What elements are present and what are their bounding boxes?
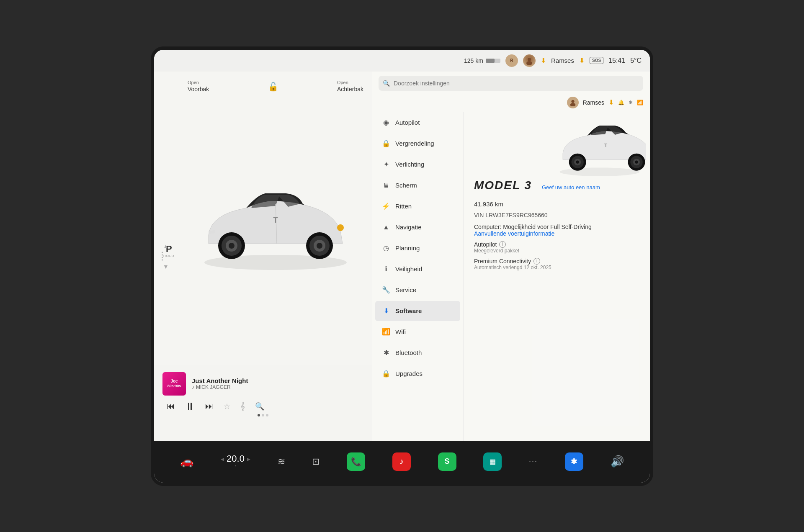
- car-top-actions: Open Voorbak 🔓 Open Achterbak: [188, 80, 363, 93]
- computer-row: Computer: Mogelijkheid voor Full Self-Dr…: [474, 224, 640, 237]
- lock-menu-icon: 🔒: [382, 139, 390, 148]
- profile-row: Ramses ⬇ 🔔 ✱ 📶: [372, 95, 650, 112]
- search-music-icon[interactable]: 🔍: [255, 402, 264, 411]
- screen-inner: 125 km R ⬇ Ramses ⬇ SOS 15:41 5°C: [154, 50, 650, 483]
- profile-name: Ramses: [551, 57, 574, 64]
- arrow-down[interactable]: ▼: [162, 262, 170, 270]
- temp-row: ◂ 20.0 ▸: [221, 453, 250, 464]
- sos-badge[interactable]: SOS: [590, 57, 603, 64]
- profile-avatar-right[interactable]: [567, 97, 579, 108]
- search-bar-container: 🔍: [372, 72, 650, 95]
- autopilot-label: Autopilot: [474, 241, 497, 248]
- temp-increase-button[interactable]: ▸: [247, 455, 250, 463]
- menu-item-verlichting[interactable]: ✦ Verlichting: [375, 154, 460, 175]
- taskbar-more[interactable]: ···: [529, 457, 538, 466]
- bluetooth-taskbar-icon: ✱: [565, 452, 583, 471]
- taskbar-defrost[interactable]: ⊡: [312, 456, 320, 467]
- music-meta: Just Another Night ♪ MICK JAGGER: [192, 377, 363, 390]
- open-achterbak-action[interactable]: Open Achterbak: [337, 80, 363, 93]
- search-input[interactable]: [379, 76, 643, 91]
- lock-icon: 🔓: [268, 82, 278, 93]
- bluetooth-menu-icon: ✱: [382, 349, 390, 357]
- autopilot-info-icon: i: [499, 241, 506, 248]
- bluetooth-icon-right: ✱: [629, 100, 633, 105]
- dot-1: [258, 414, 260, 416]
- menu-item-autopilot[interactable]: ◉ Autopilot: [375, 113, 460, 133]
- taskbar-widget[interactable]: ▦: [483, 452, 502, 471]
- scroll-dot: [162, 252, 163, 253]
- svg-point-0: [528, 58, 531, 61]
- svg-point-20: [576, 160, 579, 163]
- phone-icon: 📞: [347, 452, 365, 471]
- temp-degree: °: [235, 465, 237, 470]
- music-title: Just Another Night: [192, 377, 363, 384]
- taskbar-phone[interactable]: 📞: [347, 452, 365, 471]
- svg-point-7: [229, 243, 234, 249]
- car-model-name: MODEL 3: [474, 179, 532, 192]
- upgrades-icon: 🔒: [382, 370, 390, 378]
- artist-name: MICK JAGGER: [196, 384, 231, 390]
- search-icon: 🔍: [383, 80, 390, 87]
- main-area: ▲ ▼ P HOLD Open Voorbak: [154, 72, 650, 441]
- status-avatar[interactable]: R: [505, 54, 518, 67]
- menu-item-scherm[interactable]: 🖥 Scherm: [375, 175, 460, 195]
- spotify-icon: S: [438, 452, 456, 471]
- notification-icon: 🔔: [618, 100, 624, 105]
- menu-item-veiligheid[interactable]: ℹ Veiligheid: [375, 259, 460, 279]
- connectivity-sub: Automatisch verlengd 12 okt. 2025: [474, 265, 640, 270]
- open-voorbak-action[interactable]: Open Voorbak: [188, 80, 209, 93]
- menu-item-vergrendeling[interactable]: 🔒 Vergrendeling: [375, 134, 460, 154]
- time-display: 15:41: [608, 57, 625, 64]
- taskbar-music[interactable]: ♪: [392, 452, 411, 471]
- taskbar-bluetooth[interactable]: ✱: [565, 452, 583, 471]
- connectivity-info: Premium Connectivity i: [474, 258, 640, 265]
- taskbar-volume[interactable]: 🔊: [611, 455, 624, 468]
- scroll-indicator: ▲ ▼: [162, 242, 170, 270]
- equalizer-icon[interactable]: 𝄞: [240, 402, 245, 411]
- arrow-up[interactable]: ▲: [162, 242, 170, 250]
- scroll-dot: [162, 257, 163, 258]
- settings-content: ◉ Autopilot 🔒 Vergrendeling ✦ Verlichtin…: [372, 112, 650, 441]
- more-icon: ···: [529, 457, 538, 466]
- battery-info: 125 km: [464, 57, 500, 64]
- autopilot-row: Autopilot i Meegeleverd pakket: [474, 241, 640, 254]
- autopilot-info: Autopilot i: [474, 241, 640, 248]
- menu-item-ritten[interactable]: ⚡ Ritten: [375, 196, 460, 216]
- svg-point-12: [337, 224, 344, 231]
- music-controls: ⏮ ⏸ ⏭ ☆ 𝄞 🔍: [162, 401, 363, 412]
- next-button[interactable]: ⏭: [205, 401, 214, 411]
- vin-display: VIN LRW3E7FS9RC965660: [474, 212, 640, 218]
- status-profile-pic[interactable]: [523, 54, 536, 67]
- safety-icon: ℹ: [382, 265, 390, 273]
- favorite-icon[interactable]: ☆: [224, 402, 230, 411]
- menu-item-software[interactable]: ⬇ Software: [375, 301, 460, 321]
- temp-decrease-button[interactable]: ◂: [221, 455, 224, 463]
- taskbar-seat-heat[interactable]: ≋: [278, 456, 285, 467]
- menu-item-wifi[interactable]: 📶 Wifi: [375, 322, 460, 342]
- music-note-icon: ♪: [192, 384, 194, 390]
- connectivity-row: Premium Connectivity i Automatisch verle…: [474, 258, 640, 270]
- temp-display: 5°C: [630, 57, 642, 64]
- taskbar: 🚗 ◂ 20.0 ▸ ° ≋ ⊡ �: [154, 441, 650, 483]
- menu-item-upgrades[interactable]: 🔒 Upgrades: [375, 364, 460, 384]
- svg-text:T: T: [273, 216, 278, 224]
- menu-item-bluetooth[interactable]: ✱ Bluetooth: [375, 343, 460, 363]
- car-image-right: T: [554, 116, 646, 183]
- pause-button[interactable]: ⏸: [185, 401, 195, 412]
- car-taskbar-icon: 🚗: [180, 455, 193, 468]
- car-name-link[interactable]: Geef uw auto een naam: [542, 184, 600, 190]
- volume-icon: 🔊: [611, 455, 624, 468]
- computer-link[interactable]: Aanvullende voertuiginformatie: [474, 230, 640, 237]
- widget-icon: ▦: [483, 452, 502, 471]
- taskbar-spotify[interactable]: S: [438, 452, 456, 471]
- svg-point-14: [571, 100, 574, 103]
- prev-button[interactable]: ⏮: [167, 401, 175, 411]
- scroll-dot: [162, 259, 163, 260]
- taskbar-temp-control[interactable]: ◂ 20.0 ▸ °: [221, 453, 250, 470]
- open-achterbak-name: Achterbak: [337, 86, 363, 93]
- tesla-car-svg-left: T: [192, 181, 359, 273]
- menu-item-service[interactable]: 🔧 Service: [375, 280, 460, 300]
- taskbar-car[interactable]: 🚗: [180, 455, 193, 468]
- menu-item-planning[interactable]: ◷ Planning: [375, 238, 460, 258]
- menu-item-navigatie[interactable]: ▲ Navigatie: [375, 217, 460, 237]
